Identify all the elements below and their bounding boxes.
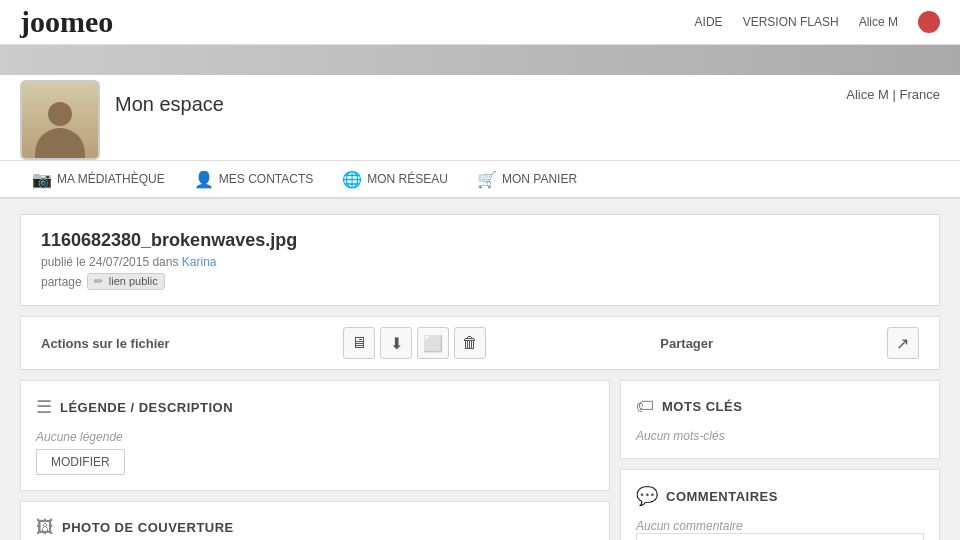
- nav-contacts[interactable]: 👤 MES CONTACTS: [182, 162, 325, 199]
- commentaires-section: 💬 COMMENTAIRES Aucun commentaire: [620, 469, 940, 540]
- mots-cles-header: 🏷 MOTS CLÉS: [636, 396, 924, 417]
- commentaires-header: 💬 COMMENTAIRES: [636, 485, 924, 507]
- photo-couverture-header: 🖼 PHOTO DE COUVERTURE: [36, 517, 594, 538]
- nav-reseau[interactable]: 🌐 MON RÉSEAU: [330, 162, 460, 199]
- col-right: 🏷 MOTS CLÉS Aucun mots-clés 💬 COMMENTAIR…: [620, 380, 940, 540]
- avatar-image: [22, 82, 98, 158]
- silhouette-head: [48, 102, 72, 126]
- reseau-icon: 🌐: [342, 170, 362, 189]
- mediatheque-icon: 📷: [32, 170, 52, 189]
- action-buttons: 🖥 ⬇ ⬜ 🗑: [343, 327, 486, 359]
- version-flash-link[interactable]: VERSION FLASH: [743, 15, 839, 29]
- nav-panier[interactable]: 🛒 MON PANIER: [465, 162, 589, 199]
- partage-label: partage: [41, 275, 82, 289]
- photo-couverture-icon: 🖼: [36, 517, 54, 538]
- file-meta: publié le 24/07/2015 dans Karina: [41, 255, 919, 269]
- nav-reseau-label: MON RÉSEAU: [367, 172, 448, 186]
- partage-line: partage ✏ lien public: [41, 273, 919, 290]
- share-button[interactable]: ↗: [887, 327, 919, 359]
- user-info: Alice M | France: [846, 87, 940, 102]
- nav-bar: 📷 MA MÉDIATHÈQUE 👤 MES CONTACTS 🌐 MON RÉ…: [0, 161, 960, 199]
- aide-link[interactable]: AIDE: [695, 15, 723, 29]
- commentaires-title: COMMENTAIRES: [666, 489, 778, 504]
- nav-mediatheque-label: MA MÉDIATHÈQUE: [57, 172, 165, 186]
- header-nav: AIDE VERSION FLASH Alice M: [695, 11, 940, 33]
- content: 1160682380_brokenwaves.jpg publié le 24/…: [0, 199, 960, 540]
- profile-area: Mon espace Alice M | France: [0, 75, 960, 161]
- action-download-btn[interactable]: ⬇: [380, 327, 412, 359]
- logo-text2: oomeo: [30, 5, 113, 39]
- album-link[interactable]: Karina: [182, 255, 217, 269]
- lien-public-badge[interactable]: ✏ lien public: [87, 273, 165, 290]
- mots-cles-section: 🏷 MOTS CLÉS Aucun mots-clés: [620, 380, 940, 459]
- pen-icon: ✏: [94, 275, 103, 287]
- lien-public-text: lien public: [109, 275, 158, 287]
- mots-cles-title: MOTS CLÉS: [662, 399, 742, 414]
- modifier-button[interactable]: MODIFIER: [36, 449, 125, 475]
- photo-couverture-section: 🖼 PHOTO DE COUVERTURE de votre espace de…: [20, 501, 610, 540]
- action-delete-btn[interactable]: 🗑: [454, 327, 486, 359]
- action-view-btn[interactable]: 🖥: [343, 327, 375, 359]
- logo: j oomeo: [20, 5, 113, 39]
- legende-title: LÉGENDE / DESCRIPTION: [60, 400, 233, 415]
- no-mots-cles-text: Aucun mots-clés: [636, 429, 924, 443]
- col-left: ☰ LÉGENDE / DESCRIPTION Aucune légende M…: [20, 380, 610, 540]
- profile-title-area: Mon espace: [115, 85, 940, 116]
- file-title: 1160682380_brokenwaves.jpg: [41, 230, 919, 251]
- nav-mediatheque[interactable]: 📷 MA MÉDIATHÈQUE: [20, 162, 177, 199]
- nav-contacts-label: MES CONTACTS: [219, 172, 313, 186]
- two-col-layout: ☰ LÉGENDE / DESCRIPTION Aucune légende M…: [20, 380, 940, 540]
- mots-cles-icon: 🏷: [636, 396, 654, 417]
- profile-avatar: [20, 80, 100, 160]
- header: j oomeo AIDE VERSION FLASH Alice M: [0, 0, 960, 45]
- photo-couverture-title: PHOTO DE COUVERTURE: [62, 520, 234, 535]
- partager-label: Partager: [660, 336, 713, 351]
- actions-area: Actions sur le fichier 🖥 ⬇ ⬜ 🗑 Partager …: [20, 316, 940, 370]
- user-name-link[interactable]: Alice M: [859, 15, 898, 29]
- legende-header: ☰ LÉGENDE / DESCRIPTION: [36, 396, 594, 418]
- page-title: Mon espace: [115, 93, 940, 116]
- legende-icon: ☰: [36, 396, 52, 418]
- logo-text: j: [20, 5, 30, 39]
- silhouette-body: [35, 128, 85, 158]
- contacts-icon: 👤: [194, 170, 214, 189]
- published-text: publié le 24/07/2015 dans: [41, 255, 178, 269]
- nav-panier-label: MON PANIER: [502, 172, 577, 186]
- avatar[interactable]: [918, 11, 940, 33]
- banner: [0, 45, 960, 75]
- actions-label: Actions sur le fichier: [41, 336, 170, 351]
- file-header: 1160682380_brokenwaves.jpg publié le 24/…: [20, 214, 940, 306]
- commentaires-icon: 💬: [636, 485, 658, 507]
- action-edit-btn[interactable]: ⬜: [417, 327, 449, 359]
- legende-section: ☰ LÉGENDE / DESCRIPTION Aucune légende M…: [20, 380, 610, 491]
- no-commentaire-text: Aucun commentaire: [636, 519, 924, 533]
- panier-icon: 🛒: [477, 170, 497, 189]
- no-legende-text: Aucune légende: [36, 430, 594, 444]
- comment-input[interactable]: [636, 533, 924, 540]
